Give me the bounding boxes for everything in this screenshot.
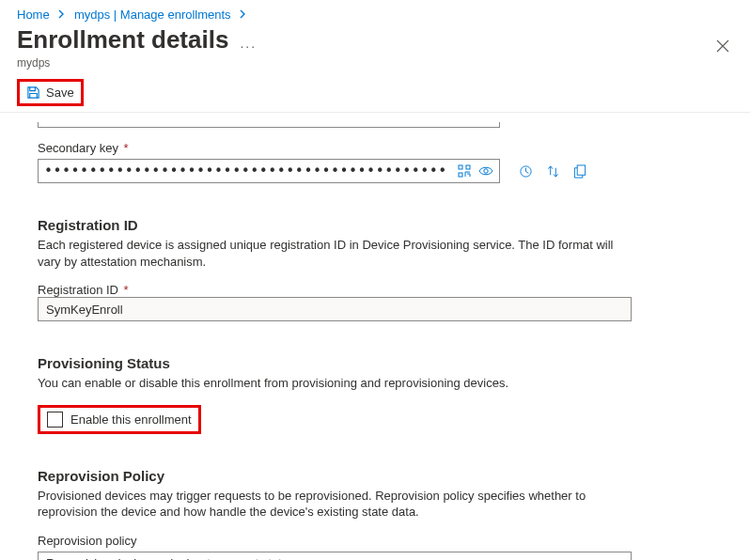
registration-id-desc: Each registered device is assigned uniqu… [38, 237, 639, 270]
copy-icon[interactable] [573, 164, 586, 179]
breadcrumb-mydps[interactable]: mydps | Manage enrollments [74, 8, 231, 22]
svg-rect-1 [466, 165, 470, 169]
chevron-right-icon [240, 9, 246, 19]
show-icon[interactable] [478, 164, 493, 178]
enable-enrollment-checkbox[interactable]: Enable this enrollment [38, 405, 201, 434]
secondary-key-input[interactable]: ••••••••••••••••••••••••••••••••••••••••… [38, 159, 500, 183]
page-subtitle: mydps [0, 56, 750, 70]
swap-icon[interactable] [546, 164, 560, 179]
svg-rect-5 [577, 164, 585, 174]
save-icon [26, 86, 40, 100]
chevron-right-icon [58, 9, 65, 19]
secondary-key-value: ••••••••••••••••••••••••••••••••••••••••… [44, 163, 448, 179]
save-button-label: Save [46, 86, 74, 100]
primary-key-field-clipped[interactable] [38, 122, 500, 128]
reprovision-policy-selected: Reprovision device and migrate current s… [46, 556, 289, 560]
svg-point-3 [484, 169, 488, 173]
breadcrumb: Home mydps | Manage enrollments [0, 0, 750, 23]
svg-rect-0 [459, 165, 462, 169]
reprovision-policy-heading: Reprovision Policy [38, 468, 712, 484]
registration-id-input[interactable] [38, 297, 632, 321]
provisioning-status-desc: You can enable or disable this enrollmen… [38, 375, 639, 392]
enable-enrollment-label: Enable this enrollment [70, 412, 192, 427]
save-button[interactable]: Save [17, 79, 84, 106]
reprovision-policy-field-label: Reprovision policy [38, 534, 712, 548]
registration-id-field-label: Registration ID * [38, 283, 712, 297]
svg-rect-2 [459, 173, 462, 177]
registration-id-heading: Registration ID [38, 217, 712, 233]
page-title: Enrollment details [17, 25, 228, 54]
checkbox-box-icon [47, 412, 63, 428]
reprovision-policy-desc: Provisioned devices may trigger requests… [38, 488, 639, 521]
reprovision-policy-select[interactable]: Reprovision device and migrate current s… [38, 552, 632, 560]
regenerate-icon[interactable] [519, 164, 533, 179]
toolbar-divider [0, 112, 750, 113]
qr-icon[interactable] [458, 164, 471, 178]
close-icon[interactable] [716, 39, 729, 53]
more-icon[interactable]: ··· [240, 39, 257, 54]
secondary-key-label: Secondary key * [38, 141, 712, 155]
provisioning-status-heading: Provisioning Status [38, 355, 712, 371]
breadcrumb-home[interactable]: Home [17, 8, 50, 22]
